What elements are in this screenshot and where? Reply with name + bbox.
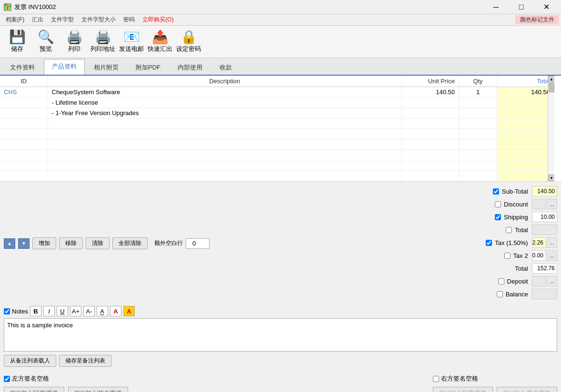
print-address-icon: 🖨️ bbox=[95, 30, 111, 44]
right-sig-checkbox[interactable] bbox=[433, 376, 439, 382]
menu-buy[interactable]: 立即购买(O) bbox=[139, 15, 177, 25]
tax2-ellipsis[interactable]: ... bbox=[547, 250, 557, 261]
subtotal-checkbox[interactable] bbox=[493, 188, 499, 195]
cell-id-5 bbox=[0, 139, 48, 150]
cell-id-4 bbox=[0, 129, 48, 139]
table-row[interactable]: - Lifetime license bbox=[0, 98, 554, 108]
notes-decrease-size-button[interactable]: A- bbox=[83, 306, 95, 316]
tab-photo-page[interactable]: 相片附页 bbox=[86, 60, 127, 75]
cell-qty-0: 1 bbox=[459, 87, 497, 98]
clear-all-button[interactable]: 全部清除 bbox=[112, 237, 148, 249]
cell-price-6 bbox=[402, 150, 459, 160]
save-notes-button[interactable]: 储存至备注列表 bbox=[59, 355, 111, 367]
discount-value bbox=[532, 199, 546, 209]
cell-price-2 bbox=[402, 108, 459, 118]
menu-file[interactable]: 档案(F) bbox=[2, 15, 28, 25]
cell-id-1 bbox=[0, 98, 48, 108]
notes-increase-size-button[interactable]: A+ bbox=[70, 306, 81, 316]
notes-font-style-button[interactable]: A̲ bbox=[97, 306, 108, 316]
left-stamp-button[interactable]: 按此加入'印章'图像 bbox=[4, 387, 64, 392]
print-icon: 🖨️ bbox=[66, 30, 83, 44]
minimize-button[interactable]: ─ bbox=[485, 0, 507, 14]
notes-highlight-button[interactable]: A bbox=[123, 306, 135, 316]
tax1-ellipsis[interactable]: ... bbox=[547, 237, 557, 248]
cell-qty-1 bbox=[459, 98, 497, 108]
tax2-checkbox[interactable] bbox=[504, 253, 511, 259]
table-row[interactable] bbox=[0, 160, 554, 171]
quick-export-button[interactable]: 📤 快速汇出 bbox=[147, 29, 173, 55]
shipping-checkbox[interactable] bbox=[495, 214, 501, 220]
balance-checkbox[interactable] bbox=[497, 291, 503, 297]
print-button[interactable]: 🖨️ 列印 bbox=[61, 29, 88, 55]
right-sign-button[interactable]: 按此加入'签名'图像 bbox=[497, 387, 557, 392]
load-notes-button[interactable]: 从备注列表载入 bbox=[4, 355, 56, 367]
cell-price-1 bbox=[402, 98, 459, 108]
clear-row-button[interactable]: 清除 bbox=[86, 237, 110, 249]
cell-total-0: 140.50 bbox=[497, 87, 554, 98]
total-value bbox=[532, 225, 557, 235]
table-row[interactable]: - 1-Year Free Version Upgrades bbox=[0, 108, 554, 118]
notes-underline-button[interactable]: U bbox=[57, 306, 68, 316]
save-button[interactable]: 💾 储存 bbox=[4, 29, 30, 55]
tab-product-info[interactable]: 产品资料 bbox=[44, 59, 85, 75]
tax1-checkbox[interactable] bbox=[486, 240, 492, 246]
tab-payment[interactable]: 收款 bbox=[211, 60, 240, 75]
shipping-value: 10.00 bbox=[532, 212, 557, 222]
print-label: 列印 bbox=[68, 45, 80, 53]
table-row[interactable] bbox=[0, 118, 554, 129]
save-icon: 💾 bbox=[9, 30, 26, 44]
table-row[interactable] bbox=[0, 129, 554, 139]
total-checkbox[interactable] bbox=[506, 227, 512, 233]
deposit-checkbox[interactable] bbox=[498, 278, 504, 284]
notes-italic-button[interactable]: I bbox=[43, 306, 55, 316]
deposit-ellipsis[interactable]: ... bbox=[547, 276, 557, 286]
send-email-button[interactable]: 📧 发送电邮 bbox=[118, 29, 145, 55]
notes-font-color-button[interactable]: A bbox=[110, 306, 121, 316]
discount-label: Discount bbox=[504, 201, 528, 208]
table-row[interactable] bbox=[0, 139, 554, 150]
left-sign-button[interactable]: 按此加入'签名'图像 bbox=[68, 387, 129, 392]
tab-file-info[interactable]: 文件资料 bbox=[2, 60, 43, 75]
discount-ellipsis[interactable]: ... bbox=[547, 199, 557, 209]
preview-button[interactable]: 🔍 预览 bbox=[32, 29, 59, 55]
scroll-thumb[interactable] bbox=[549, 83, 554, 92]
print-address-label: 列印地址 bbox=[90, 45, 115, 53]
extra-rows-input[interactable] bbox=[186, 238, 210, 249]
cell-price-8 bbox=[402, 171, 459, 181]
maximize-button[interactable]: □ bbox=[511, 0, 532, 14]
set-password-button[interactable]: 🔒 设定密码 bbox=[175, 29, 202, 55]
menu-password[interactable]: 密码 bbox=[120, 15, 139, 25]
cell-qty-8 bbox=[459, 171, 497, 181]
menu-font[interactable]: 文件字型 bbox=[47, 15, 78, 25]
notes-textarea[interactable]: This is a sample invoice bbox=[4, 318, 557, 352]
cell-id-0: CHS bbox=[0, 87, 48, 98]
row-up-button[interactable]: ▲ bbox=[4, 238, 15, 249]
color-label: 颜色标记文件 bbox=[515, 15, 559, 24]
menu-export[interactable]: 汇出 bbox=[28, 15, 47, 25]
left-sig-checkbox[interactable] bbox=[4, 376, 10, 382]
signature-area: 左方签名空格 按此加入'印章'图像 按此加入'签名'图像 右方签名空格 按此加入… bbox=[0, 372, 561, 392]
table-row[interactable] bbox=[0, 150, 554, 160]
notes-checkbox[interactable] bbox=[4, 308, 10, 314]
menu-bar: 档案(F) 汇出 文件字型 文件字型大小 密码 立即购买(O) 颜色标记文件 bbox=[0, 14, 561, 26]
print-address-button[interactable]: 🖨️ 列印地址 bbox=[90, 29, 116, 55]
toolbar: 💾 储存 🔍 预览 🖨️ 列印 🖨️ 列印地址 📧 发送电邮 📤 快速汇出 🔒 … bbox=[0, 26, 561, 58]
discount-checkbox[interactable] bbox=[495, 201, 501, 207]
table-row[interactable]: CHS ChequeSystem Software 140.50 1 140.5… bbox=[0, 87, 554, 98]
row-down-button[interactable]: ▼ bbox=[18, 238, 30, 249]
tab-extra-pdf[interactable]: 附加PDF bbox=[128, 60, 169, 75]
right-signature-block: 右方签名空格 按此加入'印章'图像 按此加入'签名'图像 bbox=[433, 374, 557, 392]
add-row-button[interactable]: 增加 bbox=[32, 237, 56, 249]
notes-bold-button[interactable]: B bbox=[30, 306, 41, 316]
cell-qty-2 bbox=[459, 108, 497, 118]
cell-qty-5 bbox=[459, 139, 497, 150]
menu-font-size[interactable]: 文件字型大小 bbox=[78, 15, 120, 25]
table-row[interactable] bbox=[0, 171, 554, 181]
table-scrollbar[interactable]: ▲ ▼ bbox=[548, 76, 554, 181]
remove-row-button[interactable]: 移除 bbox=[59, 237, 83, 249]
close-button[interactable]: ✕ bbox=[536, 0, 557, 14]
scroll-up-btn[interactable]: ▲ bbox=[548, 76, 554, 82]
right-stamp-button[interactable]: 按此加入'印章'图像 bbox=[433, 387, 493, 392]
scroll-down-btn[interactable]: ▼ bbox=[548, 175, 554, 181]
tab-internal[interactable]: 内部使用 bbox=[170, 60, 210, 75]
